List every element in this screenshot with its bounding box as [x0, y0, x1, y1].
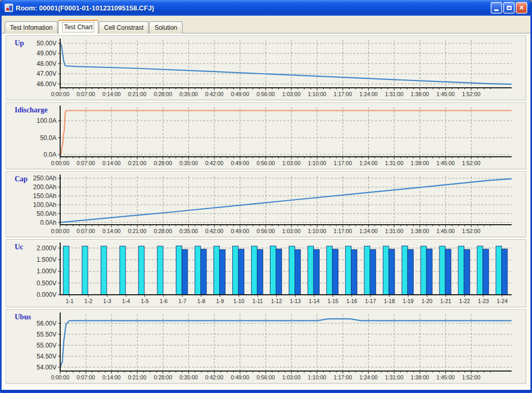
svg-text:1-10: 1-10 — [233, 298, 244, 304]
svg-text:200.0Ah: 200.0Ah — [33, 183, 56, 191]
svg-text:1-18: 1-18 — [384, 298, 395, 304]
svg-text:0:35:00: 0:35:00 — [179, 91, 198, 97]
svg-text:100.0A: 100.0A — [37, 117, 56, 124]
svg-text:1:52:00: 1:52:00 — [462, 91, 480, 97]
client-area: Test Infomation Test Chart Cell Constras… — [2, 16, 530, 390]
minimize-button[interactable] — [491, 2, 502, 14]
svg-text:0:49:00: 0:49:00 — [231, 228, 249, 234]
svg-text:0:35:00: 0:35:00 — [179, 374, 198, 380]
svg-text:1-12: 1-12 — [271, 298, 282, 304]
svg-text:1:24:00: 1:24:00 — [359, 160, 378, 166]
svg-text:1:45:00: 1:45:00 — [436, 374, 455, 380]
svg-text:150.0Ah: 150.0Ah — [33, 192, 56, 200]
svg-text:1:10:00: 1:10:00 — [308, 228, 326, 234]
svg-text:0:42:00: 0:42:00 — [205, 228, 223, 234]
app-window: Room: 00001(F0001-01-101231095158.CFJ) ✕… — [0, 0, 532, 393]
cell-voltage-bar-chart: 2.000V1.500V1.000V0.500V0.000V1-11-21-31… — [6, 240, 524, 306]
svg-text:1-6: 1-6 — [160, 298, 167, 304]
svg-text:0:28:00: 0:28:00 — [154, 160, 172, 166]
close-icon: ✕ — [519, 4, 524, 11]
svg-text:0:56:00: 0:56:00 — [256, 228, 275, 234]
chart-panel-uc: Uc 2.000V1.500V1.000V0.500V0.000V1-11-21… — [6, 239, 526, 307]
svg-text:1.000V: 1.000V — [37, 268, 56, 275]
svg-text:1:31:00: 1:31:00 — [385, 228, 403, 234]
tab-test-information[interactable]: Test Infomation — [5, 21, 58, 33]
title-bar[interactable]: Room: 00001(F0001-01-101231095158.CFJ) ✕ — [2, 0, 530, 16]
svg-text:1:38:00: 1:38:00 — [411, 374, 429, 380]
svg-text:0:00:00: 0:00:00 — [51, 228, 69, 234]
svg-text:1:24:00: 1:24:00 — [359, 91, 378, 97]
svg-text:0:56:00: 0:56:00 — [256, 160, 275, 166]
svg-text:1:45:00: 1:45:00 — [436, 228, 455, 234]
svg-text:0:14:00: 0:14:00 — [103, 374, 121, 380]
svg-text:1:38:00: 1:38:00 — [411, 91, 429, 97]
svg-text:0:28:00: 0:28:00 — [154, 374, 172, 380]
chart-panel-up: Up 50.00V49.00V48.00V47.00V46.00V0:00:00… — [6, 36, 526, 100]
svg-text:1:17:00: 1:17:00 — [334, 160, 352, 166]
svg-text:0:07:00: 0:07:00 — [77, 160, 95, 166]
svg-text:1-9: 1-9 — [216, 298, 224, 304]
svg-text:2.000V: 2.000V — [37, 245, 56, 252]
tab-test-chart[interactable]: Test Chart — [58, 20, 98, 34]
svg-text:0:00:00: 0:00:00 — [51, 160, 69, 166]
svg-text:1:31:00: 1:31:00 — [385, 374, 403, 380]
minimize-icon — [494, 9, 499, 11]
svg-text:1-4: 1-4 — [122, 298, 130, 304]
svg-text:1-3: 1-3 — [103, 298, 111, 304]
svg-text:0:42:00: 0:42:00 — [205, 91, 223, 97]
svg-text:0:21:00: 0:21:00 — [128, 160, 146, 166]
svg-text:46.00V: 46.00V — [37, 80, 56, 88]
svg-text:1:10:00: 1:10:00 — [308, 374, 326, 380]
svg-text:1:52:00: 1:52:00 — [462, 160, 480, 166]
svg-text:0:00:00: 0:00:00 — [51, 91, 69, 97]
svg-text:0:42:00: 0:42:00 — [205, 374, 223, 380]
svg-text:54.50V: 54.50V — [37, 353, 56, 360]
svg-text:0:07:00: 0:07:00 — [77, 374, 95, 380]
svg-text:0:00:00: 0:00:00 — [51, 374, 69, 380]
svg-text:1-5: 1-5 — [141, 298, 149, 304]
svg-text:47.00V: 47.00V — [37, 70, 56, 77]
svg-text:0:14:00: 0:14:00 — [103, 228, 121, 234]
svg-text:1-17: 1-17 — [365, 298, 376, 304]
svg-text:1:03:00: 1:03:00 — [282, 374, 300, 380]
svg-text:1-13: 1-13 — [290, 298, 301, 304]
chart-panel-cap: Cap 250.0Ah200.0Ah150.0Ah100.0Ah50.0Ah0.… — [6, 171, 526, 237]
svg-text:0:56:00: 0:56:00 — [256, 91, 275, 97]
svg-text:1:03:00: 1:03:00 — [282, 91, 300, 97]
svg-text:49.00V: 49.00V — [37, 50, 56, 57]
svg-text:1-14: 1-14 — [309, 298, 320, 304]
svg-text:56.00V: 56.00V — [37, 320, 56, 327]
svg-text:0:56:00: 0:56:00 — [256, 374, 275, 380]
svg-text:0:49:00: 0:49:00 — [231, 374, 249, 380]
svg-text:0:49:00: 0:49:00 — [231, 160, 249, 166]
close-button[interactable]: ✕ — [516, 2, 527, 14]
svg-text:1:17:00: 1:17:00 — [334, 91, 352, 97]
svg-text:0:21:00: 0:21:00 — [128, 374, 146, 380]
svg-text:1:45:00: 1:45:00 — [436, 160, 455, 166]
svg-text:0:35:00: 0:35:00 — [179, 228, 198, 234]
svg-text:1:52:00: 1:52:00 — [462, 228, 480, 234]
svg-text:50.00V: 50.00V — [37, 40, 56, 47]
tab-cell-contrast[interactable]: Cell Constrast — [99, 21, 149, 33]
svg-text:1-22: 1-22 — [459, 298, 470, 304]
svg-text:0:42:00: 0:42:00 — [205, 160, 223, 166]
svg-text:1:52:00: 1:52:00 — [462, 374, 480, 380]
maximize-button[interactable] — [503, 2, 515, 14]
svg-text:0:28:00: 0:28:00 — [154, 91, 172, 97]
svg-text:1:17:00: 1:17:00 — [334, 374, 352, 380]
svg-text:0:35:00: 0:35:00 — [179, 160, 198, 166]
chart-panel-idischarge: Idischarge 100.0A50.0A0.0A0:00:000:07:00… — [6, 102, 526, 169]
svg-text:1-20: 1-20 — [422, 298, 433, 304]
svg-text:1:24:00: 1:24:00 — [359, 374, 378, 380]
svg-text:250.0Ah: 250.0Ah — [33, 175, 56, 182]
svg-text:55.50V: 55.50V — [37, 331, 56, 338]
svg-text:1-1: 1-1 — [65, 298, 73, 304]
svg-text:1-7: 1-7 — [178, 298, 186, 304]
svg-text:1:24:00: 1:24:00 — [359, 228, 378, 234]
svg-text:0:21:00: 0:21:00 — [128, 91, 146, 97]
svg-text:1-15: 1-15 — [327, 298, 338, 304]
svg-text:0.000V: 0.000V — [37, 291, 56, 298]
up-voltage-chart: 50.00V49.00V48.00V47.00V46.00V0:00:000:0… — [6, 36, 524, 99]
svg-text:0:28:00: 0:28:00 — [154, 228, 172, 234]
tab-solution[interactable]: Solution — [149, 21, 182, 33]
